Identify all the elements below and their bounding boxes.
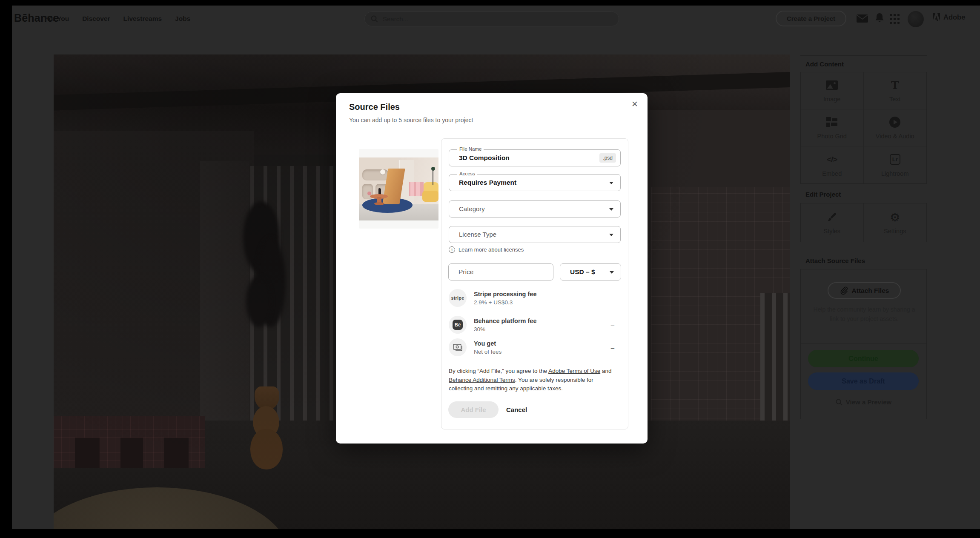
sidebar-item-video-audio[interactable]: Video & Audio bbox=[864, 109, 927, 146]
adobe-logo-icon bbox=[933, 13, 940, 21]
info-icon: i bbox=[449, 246, 455, 253]
image-icon bbox=[826, 79, 838, 92]
edit-project-grid: Styles ⚙ Settings bbox=[800, 203, 927, 242]
view-preview-label: View a Preview bbox=[846, 398, 891, 406]
currency-value: USD – $ bbox=[570, 264, 595, 280]
nav-item-jobs[interactable]: Jobs bbox=[175, 15, 190, 23]
photo-grid-icon bbox=[826, 116, 837, 129]
chevron-down-icon bbox=[609, 234, 613, 236]
add-content-grid: Image T Text Photo Grid Video & Audio </… bbox=[800, 72, 927, 184]
sidebar-item-label: Embed bbox=[822, 170, 842, 177]
learn-more-label: Learn more about licenses bbox=[458, 246, 524, 253]
continue-button[interactable]: Continue bbox=[808, 350, 919, 367]
view-preview-link[interactable]: View a Preview bbox=[801, 398, 926, 406]
category-select[interactable]: Category bbox=[449, 200, 621, 217]
sidebar-section-attach-source-files: Attach Source Files bbox=[805, 257, 865, 264]
adobe-brand[interactable]: Adobe bbox=[933, 13, 965, 21]
continue-label: Continue bbox=[848, 355, 878, 363]
text-icon: T bbox=[891, 79, 899, 92]
legal-text: By clicking “Add File,” you agree to the… bbox=[449, 367, 618, 393]
category-placeholder: Category bbox=[459, 201, 485, 217]
attach-source-files-card: Attach Files Help the community learn by… bbox=[800, 269, 927, 419]
adobe-label: Adobe bbox=[943, 13, 965, 21]
create-project-button[interactable]: Create a Project bbox=[776, 11, 846, 26]
chevron-down-icon bbox=[609, 182, 613, 184]
gear-icon: ⚙ bbox=[890, 211, 900, 223]
nav-menu: For You Discover Livestreams Jobs bbox=[45, 6, 190, 32]
file-name-input[interactable] bbox=[459, 150, 587, 166]
sidebar-item-styles[interactable]: Styles bbox=[801, 203, 864, 242]
access-select[interactable]: Access Requires Payment bbox=[449, 174, 621, 191]
sidebar-item-text[interactable]: T Text bbox=[864, 72, 927, 109]
attach-files-button[interactable]: Attach Files bbox=[828, 282, 901, 299]
fee-amount: – bbox=[611, 321, 614, 329]
save-as-draft-label: Save as Draft bbox=[842, 378, 885, 385]
create-project-label: Create a Project bbox=[787, 15, 835, 22]
search-icon bbox=[371, 15, 378, 23]
file-extension-badge: .psd bbox=[599, 153, 616, 163]
sidebar-item-label: Styles bbox=[824, 228, 841, 235]
nav-item-for-you[interactable]: For You bbox=[45, 15, 69, 23]
save-as-draft-button[interactable]: Save as Draft bbox=[808, 372, 919, 390]
lightroom-icon: Lr bbox=[890, 153, 900, 166]
nav-item-discover[interactable]: Discover bbox=[82, 15, 110, 23]
sidebar-item-photo-grid[interactable]: Photo Grid bbox=[801, 109, 864, 146]
notifications-bell-icon[interactable] bbox=[875, 13, 884, 25]
price-field[interactable] bbox=[448, 263, 553, 280]
sidebar-item-settings[interactable]: ⚙ Settings bbox=[864, 203, 927, 242]
source-files-modal: Source Files You can add up to 5 source … bbox=[336, 93, 648, 444]
fee-subtitle: Net of fees bbox=[474, 349, 501, 355]
sidebar-divider bbox=[800, 55, 927, 56]
attach-help-text: Help the community learn by sharing a li… bbox=[811, 305, 917, 323]
cash-icon bbox=[449, 338, 467, 356]
price-input[interactable] bbox=[458, 264, 544, 280]
messages-icon[interactable] bbox=[857, 14, 868, 24]
source-file-form-panel: File Name .psd Access Requires Payment C… bbox=[441, 138, 628, 429]
sidebar-item-label: Text bbox=[889, 96, 901, 103]
avatar[interactable] bbox=[908, 11, 924, 27]
license-type-select[interactable]: License Type bbox=[449, 226, 621, 243]
sidebar-item-label: Photo Grid bbox=[817, 133, 847, 140]
paperclip-icon bbox=[840, 286, 848, 295]
apps-grid-icon[interactable] bbox=[890, 14, 900, 24]
fee-title: Stripe processing fee bbox=[474, 290, 536, 298]
sidebar-item-label: Lightroom bbox=[881, 170, 908, 177]
close-icon[interactable]: ✕ bbox=[630, 98, 640, 110]
learn-more-licenses-link[interactable]: i Learn more about licenses bbox=[449, 246, 524, 253]
adobe-terms-link[interactable]: Adobe Terms of Use bbox=[548, 368, 600, 374]
modal-title: Source Files bbox=[349, 102, 400, 112]
attach-files-label: Attach Files bbox=[852, 287, 889, 295]
behance-terms-link[interactable]: Behance Additional Terms bbox=[449, 377, 515, 383]
fee-subtitle: 30% bbox=[474, 326, 536, 332]
search-input[interactable] bbox=[382, 15, 613, 23]
sidebar-item-label: Video & Audio bbox=[876, 133, 914, 140]
license-type-placeholder: License Type bbox=[459, 226, 496, 243]
sidebar-item-embed[interactable]: </> Embed bbox=[801, 146, 864, 183]
brush-icon bbox=[827, 211, 837, 223]
sidebar-item-lightroom[interactable]: Lr Lightroom bbox=[864, 146, 927, 183]
fee-title: You get bbox=[474, 340, 501, 347]
search-bar[interactable] bbox=[364, 11, 619, 26]
thumbnail-image bbox=[359, 157, 438, 220]
fee-amount: – bbox=[611, 295, 614, 302]
embed-code-icon: </> bbox=[827, 153, 837, 166]
chevron-down-icon bbox=[610, 271, 614, 274]
source-file-thumbnail bbox=[359, 149, 438, 229]
chevron-down-icon bbox=[609, 208, 613, 211]
add-file-button[interactable]: Add File bbox=[448, 401, 499, 418]
add-file-label: Add File bbox=[461, 406, 486, 413]
currency-select[interactable]: USD – $ bbox=[560, 263, 621, 280]
sidebar-item-image[interactable]: Image bbox=[801, 72, 864, 109]
sidebar-section-add-content: Add Content bbox=[805, 60, 844, 68]
stripe-fee-row: stripe Stripe processing fee 2.9% + US$0… bbox=[449, 289, 622, 307]
cancel-button[interactable]: Cancel bbox=[506, 401, 527, 418]
sidebar-section-edit-project: Edit Project bbox=[805, 191, 841, 198]
behance-fee-row: Bē Behance platform fee 30% – bbox=[449, 315, 622, 334]
play-circle-icon bbox=[889, 116, 900, 129]
stripe-icon: stripe bbox=[449, 289, 467, 307]
file-name-field[interactable]: File Name .psd bbox=[449, 149, 621, 166]
modal-subtitle: You can add up to 5 source files to your… bbox=[349, 117, 473, 123]
card-divider bbox=[801, 343, 926, 344]
nav-item-livestreams[interactable]: Livestreams bbox=[123, 15, 162, 23]
access-value: Requires Payment bbox=[459, 175, 516, 191]
